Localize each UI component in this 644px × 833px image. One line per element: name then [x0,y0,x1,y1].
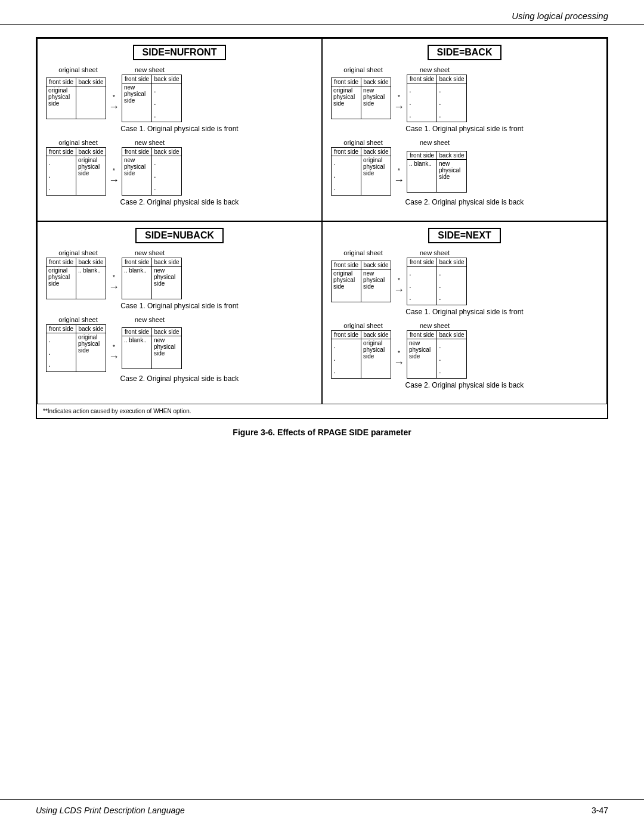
next-case1-caption: Case 1. Original physical side is front [331,308,598,316]
nufront-case2-new: front side back side newphysicalside ... [122,147,182,195]
nufront-case2: original sheet new sheet front side back… [46,139,313,206]
back-case2-caption: Case 2. Original physical side is back [331,198,598,206]
back-case1: original sheet new sheet front side back… [331,66,598,133]
quadrant-nufront: SIDE=NUFRONT original sheet new sheet fr… [37,38,322,221]
back-case2-orig: front side back side ... originalphysica… [331,147,391,195]
back-case1-new: front side back side ... ... [407,75,467,122]
back-case2-new: front side back side .. blank.. newphysi… [407,151,467,193]
nuback-case1-caption: Case 1. Original physical side is front [46,302,313,310]
nuback-case1-orig: front side back side originalphysicalsid… [46,258,106,299]
star-note: **Indicates action caused by execution o… [37,404,607,418]
next-case1-orig: front side back side originalphysicalsid… [331,261,391,302]
quadrant-back-title: SIDE=BACK [428,45,502,60]
quadrant-next-title: SIDE=NEXT [428,228,500,243]
next-case2: original sheet new sheet front side back… [331,322,598,389]
header-title: Using logical processing [512,11,608,21]
quadrant-nuback: SIDE=NUBACK original sheet new sheet fro… [37,221,322,404]
nufront-case1-new: front side back side newphysicalside ... [122,75,182,122]
star-note-text: *Indicates action caused by execution of… [45,408,191,414]
nuback-case1: original sheet new sheet front side back… [46,249,313,310]
quadrant-next: SIDE=NEXT original sheet new sheet front… [322,221,607,404]
next-case2-caption: Case 2. Original physical side is back [331,381,598,389]
nufront-case1-orig: front side back side originalphysicalsid… [46,78,106,119]
next-case2-new: front side back side newphysicalside ... [407,330,467,378]
quadrant-nuback-title: SIDE=NUBACK [135,228,224,243]
back-case1-orig: front side back side originalphysicalsid… [331,78,391,119]
quadrant-back: SIDE=BACK original sheet new sheet front… [322,38,607,221]
footer-right: 3-47 [592,806,608,815]
main-content: SIDE=NUFRONT original sheet new sheet fr… [0,25,644,500]
figure-box: SIDE=NUFRONT original sheet new sheet fr… [36,37,608,419]
nufront-case2-caption: Case 2. Original physical side is back [46,198,313,206]
next-case2-orig: front side back side ... originalphysica… [331,330,391,378]
page-footer: Using LCDS Print Description Language 3-… [0,799,644,815]
nuback-case1-new: front side back side .. blank.. newphysi… [122,258,182,299]
next-case1: original sheet new sheet front side back… [331,249,598,316]
nuback-case2: original sheet new sheet front side back… [46,316,313,383]
nuback-case2-caption: Case 2. Original physical side is back [46,374,313,383]
page-header: Using logical processing [0,0,644,25]
figure-caption: Figure 3-6. Effects of RPAGE SIDE parame… [36,428,608,437]
quadrant-nufront-title: SIDE=NUFRONT [133,45,227,60]
nufront-case2-orig: front side back side ... originalphysica… [46,147,106,195]
nuback-case2-new: front side back side .. blank.. newphysi… [122,327,182,369]
nuback-case2-orig: front side back side ... originalphysica… [46,324,106,372]
footer-left: Using LCDS Print Description Language [36,806,185,815]
nufront-case1-caption: Case 1. Original physical side is front [46,125,313,133]
back-case2: original sheet new sheet front side back… [331,139,598,206]
quadrant-grid: SIDE=NUFRONT original sheet new sheet fr… [37,38,607,404]
back-case1-caption: Case 1. Original physical side is front [331,125,598,133]
next-case1-new: front side back side ... ... [407,258,467,305]
nufront-case1: original sheet new sheet front side back… [46,66,313,133]
